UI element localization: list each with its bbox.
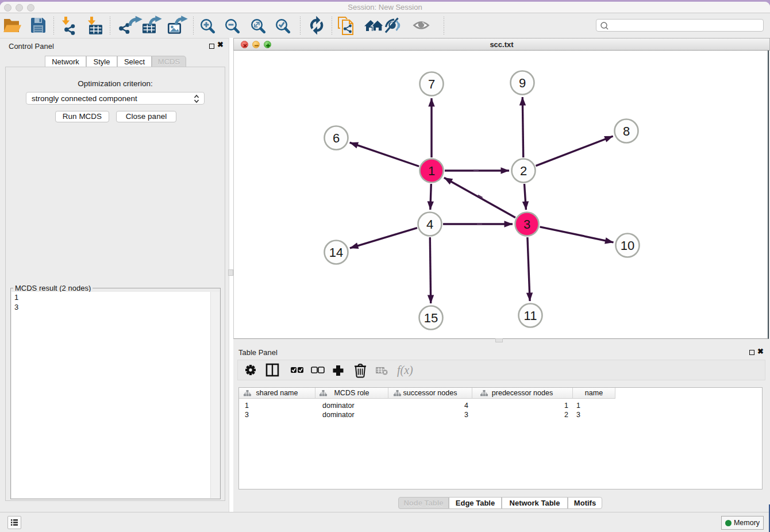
svg-text:10: 10 <box>621 238 634 253</box>
svg-text:f(x): f(x) <box>397 364 413 377</box>
svg-text:4: 4 <box>426 217 433 232</box>
svg-text:11: 11 <box>524 309 537 323</box>
svg-text:15: 15 <box>424 311 438 325</box>
svg-text:6: 6 <box>333 131 340 145</box>
svg-text:2: 2 <box>520 164 527 178</box>
svg-text:3: 3 <box>523 217 530 232</box>
svg-text:8: 8 <box>623 124 630 138</box>
svg-text:7: 7 <box>428 77 435 91</box>
svg-text:1: 1 <box>428 164 435 178</box>
svg-text:14: 14 <box>329 245 343 260</box>
svg-text:9: 9 <box>519 76 526 90</box>
